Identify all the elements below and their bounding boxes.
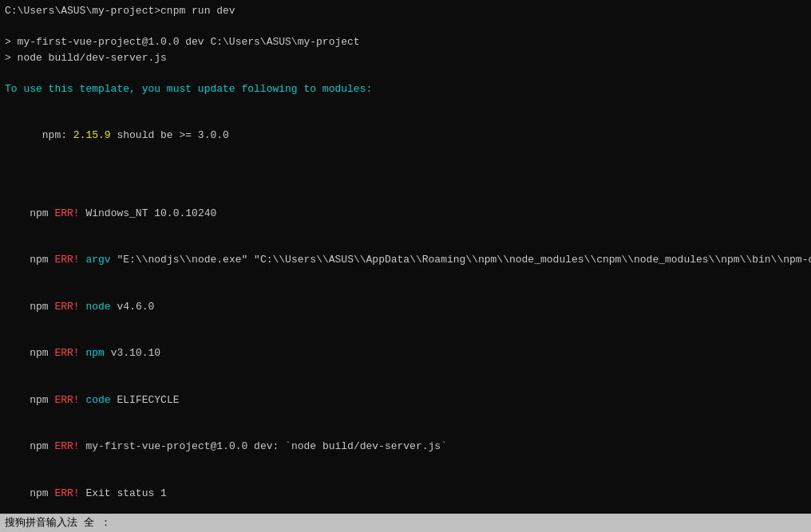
err-label-node: ERR! xyxy=(54,301,79,313)
command-line: C:\Users\ASUS\my-project>cnpm run dev xyxy=(5,3,806,19)
err-prefix-project: npm xyxy=(30,440,54,452)
ime-status-bar: 搜狗拼音输入法 全 ： xyxy=(0,514,811,533)
err-code-label: code xyxy=(85,394,110,406)
err-prefix-argv: npm xyxy=(30,254,54,266)
err-npm-label: npm xyxy=(85,347,104,359)
err-code-line: npm ERR! code ELIFECYCLE xyxy=(5,376,806,424)
err-text-argv: "E:\\nodjs\\node.exe" "C:\\Users\\ASUS\\… xyxy=(111,254,811,266)
npm-version-number: 2.15.9 xyxy=(73,129,111,141)
err-node-line: npm ERR! node v4.6.0 xyxy=(5,283,806,330)
blank-line-4 xyxy=(5,159,806,175)
node-line: > node build/dev-server.js xyxy=(5,50,806,66)
err-project-line: npm ERR! my-first-vue-project@1.0.0 dev:… xyxy=(5,424,806,471)
err-label-exit: ERR! xyxy=(54,487,79,499)
err-text-windows: Windows_NT 10.0.10240 xyxy=(80,207,217,219)
terminal-window: C:\Users\ASUS\my-project>cnpm run dev > … xyxy=(0,0,811,532)
err-windows-line: npm ERR! Windows_NT 10.0.10240 xyxy=(5,190,806,237)
err-text-exit: Exit status 1 xyxy=(80,487,167,499)
npm-should-be: should be >= 3.0.0 xyxy=(111,129,229,141)
blank-line-3 xyxy=(5,97,806,112)
err-node-label: node xyxy=(85,301,110,313)
err-label-argv: ERR! xyxy=(54,254,79,266)
err-prefix-exit: npm xyxy=(30,487,54,499)
err-prefix-windows: npm xyxy=(30,207,54,219)
err-argv-label: argv xyxy=(85,254,110,266)
err-text-node: v4.6.0 xyxy=(111,301,155,313)
blank-line-1 xyxy=(5,19,806,35)
err-text-code: ELIFECYCLE xyxy=(111,394,180,406)
blank-line-2 xyxy=(5,65,806,81)
project-line: > my-first-vue-project@1.0.0 dev C:\User… xyxy=(5,34,806,50)
npm-version-line: npm: 2.15.9 should be >= 3.0.0 xyxy=(5,112,806,160)
err-exit-line: npm ERR! Exit status 1 xyxy=(5,470,806,517)
template-message: To use this template, you must update fo… xyxy=(5,81,806,97)
npm-label: npm: xyxy=(30,129,73,141)
err-text-project: my-first-vue-project@1.0.0 dev: `node bu… xyxy=(80,440,447,452)
err-prefix-npm: npm xyxy=(30,347,54,359)
blank-line-5 xyxy=(5,175,806,191)
err-prefix-node: npm xyxy=(30,301,54,313)
err-text-npm: v3.10.10 xyxy=(105,347,160,359)
err-prefix-code: npm xyxy=(30,394,54,406)
err-label-project: ERR! xyxy=(54,440,79,452)
err-label-code: ERR! xyxy=(54,394,79,406)
err-label-npm: ERR! xyxy=(54,347,79,359)
err-argv-line: npm ERR! argv "E:\\nodjs\\node.exe" "C:\… xyxy=(5,237,806,284)
err-label-windows: ERR! xyxy=(54,207,79,219)
err-npm-line: npm ERR! npm v3.10.10 xyxy=(5,330,806,377)
